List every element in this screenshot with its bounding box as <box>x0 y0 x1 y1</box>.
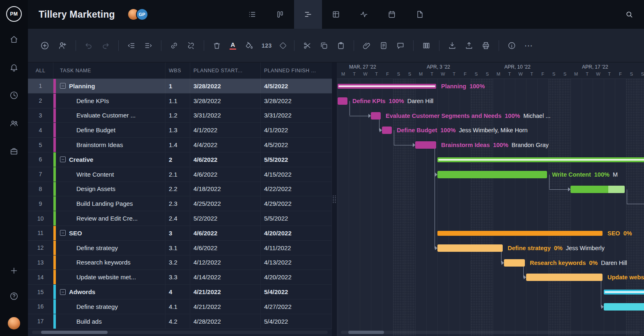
table-row[interactable]: 13Research keywords3.24/12/20224/13/2022 <box>28 255 332 270</box>
table-row[interactable]: 12Define strategy3.14/6/20224/11/2022 <box>28 241 332 255</box>
delete-icon[interactable] <box>213 41 221 50</box>
tab-board[interactable] <box>266 0 294 29</box>
task-name-cell[interactable]: −Adwords <box>53 285 166 299</box>
table-row[interactable]: 4Define Budget1.34/1/20224/1/2022 <box>28 123 332 138</box>
gantt-bar[interactable] <box>504 259 525 267</box>
collapse-toggle[interactable]: − <box>60 230 66 236</box>
notifications-icon[interactable] <box>9 63 18 72</box>
task-name-cell[interactable]: Write Content <box>53 167 166 182</box>
search-icon[interactable] <box>625 10 633 18</box>
task-name-cell[interactable]: Design Assets <box>53 182 166 196</box>
gantt-bar[interactable] <box>570 186 625 193</box>
table-row[interactable]: 9Build Landing Pages2.34/25/20224/29/202… <box>28 196 332 211</box>
undo-icon[interactable] <box>85 41 93 50</box>
gantt-bar[interactable] <box>415 141 436 149</box>
info-icon[interactable] <box>508 41 516 50</box>
gantt-bar[interactable] <box>437 231 603 236</box>
add-icon[interactable] <box>9 266 18 275</box>
cut-icon[interactable] <box>303 41 311 50</box>
table-row[interactable]: 3Evaluate Customer ...1.23/31/20223/31/2… <box>28 108 332 123</box>
home-icon[interactable] <box>9 35 18 44</box>
gantt-bar[interactable] <box>338 97 347 105</box>
horizontal-scrollbar-thumb[interactable] <box>41 331 108 334</box>
attachment-icon[interactable] <box>363 41 371 50</box>
indent-icon[interactable] <box>144 41 152 50</box>
assign-user-icon[interactable] <box>58 41 67 50</box>
gantt-bar[interactable] <box>437 171 547 178</box>
tab-gantt[interactable] <box>294 0 322 29</box>
collapse-toggle[interactable]: − <box>60 83 66 89</box>
notes-icon[interactable] <box>380 41 388 50</box>
redo-icon[interactable] <box>101 41 110 50</box>
gantt-bar[interactable] <box>604 303 644 311</box>
table-row[interactable]: 7Write Content2.14/6/20224/15/2022 <box>28 167 332 182</box>
table-row[interactable]: 1−Planning13/28/20224/5/2022 <box>28 79 332 94</box>
tab-sheet[interactable] <box>322 0 350 29</box>
paste-icon[interactable] <box>337 41 345 50</box>
task-name-cell[interactable]: Build ads <box>53 314 166 329</box>
task-name-cell[interactable]: −Planning <box>53 79 166 93</box>
import-icon[interactable] <box>448 41 456 50</box>
column-header-start[interactable]: PLANNED START... <box>190 62 261 78</box>
unlink-tasks-icon[interactable] <box>187 41 195 50</box>
task-name-cell[interactable]: Research keywords <box>53 255 166 270</box>
table-row[interactable]: 2Define KPIs1.13/28/20223/28/2022 <box>28 94 332 108</box>
column-header-name[interactable]: TASK NAME <box>53 62 166 78</box>
people-icon[interactable] <box>9 119 18 128</box>
outdent-icon[interactable] <box>127 41 136 50</box>
gantt-bar[interactable] <box>338 84 436 89</box>
task-name-cell[interactable]: Define KPIs <box>53 94 166 108</box>
numbers-icon[interactable]: 123 <box>262 42 272 49</box>
task-name-cell[interactable]: Define strategy <box>53 241 166 255</box>
task-name-cell[interactable]: Define strategy <box>53 299 166 314</box>
task-name-cell[interactable]: −Creative <box>53 152 166 167</box>
gantt-bar[interactable] <box>437 244 503 252</box>
column-header-wbs[interactable]: WBS <box>166 62 190 78</box>
collapse-toggle[interactable]: − <box>60 289 66 295</box>
app-logo[interactable]: PM <box>6 6 22 22</box>
gantt-bar[interactable] <box>526 274 603 281</box>
milestone-icon[interactable] <box>281 43 285 48</box>
portfolio-icon[interactable] <box>9 147 18 156</box>
fill-color-icon[interactable] <box>245 41 253 50</box>
table-row[interactable]: 17Build ads4.24/28/20225/4/2022 <box>28 314 332 329</box>
task-name-cell[interactable]: Review and Edit Cre... <box>53 211 166 226</box>
horizontal-scrollbar-thumb[interactable] <box>348 331 384 334</box>
task-name-cell[interactable]: Build Landing Pages <box>53 196 166 211</box>
member-avatar-initials[interactable]: GP <box>136 8 148 21</box>
task-name-cell[interactable]: Define Budget <box>53 123 166 137</box>
tab-activity[interactable] <box>350 0 378 29</box>
collapse-toggle[interactable]: − <box>60 156 66 162</box>
user-avatar[interactable] <box>8 317 20 329</box>
task-name-cell[interactable]: Update website met... <box>53 270 166 284</box>
table-row[interactable]: 5Brainstorm Ideas1.44/4/20224/5/2022 <box>28 138 332 152</box>
panel-resize-handle[interactable] <box>332 62 337 336</box>
timesheets-icon[interactable] <box>9 91 18 100</box>
tab-docs[interactable] <box>406 0 434 29</box>
table-row[interactable]: 11−SEO34/6/20224/20/2022 <box>28 226 332 241</box>
table-row[interactable]: 8Design Assets2.24/18/20224/22/2022 <box>28 182 332 197</box>
task-name-cell[interactable]: −SEO <box>53 226 166 240</box>
table-row[interactable]: 14Update website met...3.34/14/20224/20/… <box>28 270 332 285</box>
gantt-bar[interactable] <box>371 112 381 120</box>
link-tasks-icon[interactable] <box>170 41 178 50</box>
table-row[interactable]: 15−Adwords44/21/20225/4/2022 <box>28 285 332 299</box>
comment-icon[interactable] <box>396 41 405 50</box>
tab-calendar[interactable] <box>378 0 406 29</box>
task-name-cell[interactable]: Evaluate Customer ... <box>53 108 166 123</box>
gantt-bar[interactable] <box>437 157 644 162</box>
copy-icon[interactable] <box>320 41 328 50</box>
gantt-bar[interactable] <box>604 290 644 295</box>
gantt-bar[interactable] <box>382 127 392 134</box>
column-header-finish[interactable]: PLANNED FINISH ... <box>261 62 332 78</box>
add-task-icon[interactable] <box>40 41 49 50</box>
columns-icon[interactable] <box>422 41 430 50</box>
table-row[interactable]: 6−Creative24/6/20225/5/2022 <box>28 152 332 167</box>
font-color-icon[interactable]: A <box>230 41 236 50</box>
print-icon[interactable] <box>482 41 490 50</box>
table-row[interactable]: 16Define strategy4.14/21/20224/27/2022 <box>28 299 332 314</box>
table-row[interactable]: 10Review and Edit Cre...2.45/2/20225/5/2… <box>28 211 332 226</box>
export-icon[interactable] <box>465 41 473 50</box>
column-header-num[interactable]: ALL <box>28 62 53 78</box>
tab-task-list[interactable] <box>238 0 266 29</box>
